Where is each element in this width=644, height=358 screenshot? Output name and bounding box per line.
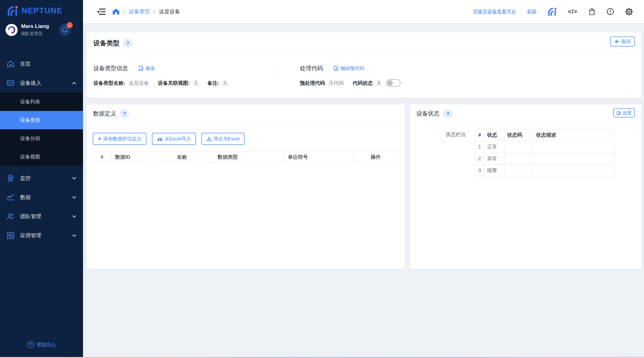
chevron-down-icon — [72, 234, 76, 237]
edit-doc-icon — [139, 66, 143, 71]
table-row: 3报警 — [475, 165, 615, 176]
switch-platform-link[interactable]: 切换至设备查看平台 — [473, 8, 516, 15]
column-header: # — [475, 129, 484, 141]
apps-grid-icon — [7, 232, 14, 239]
status-field-label: 状态栏位 — [446, 129, 466, 138]
breadcrumb-link-device-type[interactable]: 设备类型 — [129, 8, 150, 15]
shop-bag-icon[interactable] — [588, 8, 595, 15]
help-center-link[interactable]: ? 帮助中心 — [0, 341, 83, 348]
sidebar-item-apps[interactable]: 应用管理 — [0, 226, 83, 245]
sidebar-menu: 首页 设备接入 设备列表 — [0, 54, 83, 245]
webcam-icon — [7, 174, 14, 182]
field-label: 备注: — [207, 80, 219, 87]
back-arrow-icon — [614, 39, 619, 44]
help-question-badge[interactable]: ? — [124, 39, 132, 47]
field-label: 设备关联视图: — [158, 80, 190, 87]
sidebar-subitem-device-list[interactable]: 设备列表 — [0, 93, 83, 111]
device-status-card: 设备状态 ? 设置 状态栏位 #状态状态码状态描述 1正常2异常3报警 — [410, 104, 641, 269]
column-header: 状态 — [484, 129, 504, 141]
brand: NEPTUNE — [0, 0, 83, 16]
status-settings-button[interactable]: 设置 — [613, 108, 635, 117]
brand-name: NEPTUNE — [22, 6, 62, 15]
chevron-down-icon — [72, 215, 76, 218]
breadcrumb-current: 这是设备 — [159, 8, 180, 15]
topbar: / 设备类型 / 这是设备 切换至设备查看平台 刷新 </> — [83, 0, 644, 23]
table-row: 1正常 — [475, 141, 615, 153]
divider — [93, 54, 635, 54]
device-type-info-section: 设备类型信息 修改 设备类型名称: 这是设备 设备关联视 — [93, 64, 233, 87]
chevron-down-icon — [72, 196, 76, 199]
device-type-card: 设备类型 ? 返回 设备类型信息 — [87, 32, 641, 98]
sidebar-item-monitoring[interactable]: 监控 — [0, 169, 83, 188]
edit-info-link[interactable]: 修改 — [139, 65, 155, 72]
notification-badge: … — [67, 22, 73, 28]
help-question-badge[interactable]: ? — [121, 110, 128, 117]
plus-icon: + — [98, 136, 101, 142]
sidebar-item-home[interactable]: 首页 — [0, 54, 83, 73]
column-header: 操作 — [353, 151, 398, 163]
edit-doc-icon — [334, 66, 338, 71]
bell-icon — [62, 27, 68, 33]
data-definition-table: #数据ID名称数据类型单位符号操作 — [93, 151, 398, 163]
sidebar-item-data[interactable]: 数据 — [0, 188, 83, 207]
sidebar-subitem-device-group[interactable]: 设备分组 — [0, 129, 83, 148]
neptune-mark-icon[interactable] — [548, 7, 557, 16]
process-code-section: 处理代码 编辑预代码 预处理代码 无代码 代码状态 — [300, 64, 400, 87]
refresh-link[interactable]: 刷新 — [527, 8, 537, 15]
notifications-button[interactable]: … — [59, 24, 71, 36]
sidebar-item-team[interactable]: 团队管理 — [0, 207, 83, 226]
sidebar-item-device-access[interactable]: 设备接入 — [0, 73, 83, 93]
gear-icon[interactable] — [625, 8, 633, 16]
user-role: 团队管理员 — [21, 31, 59, 36]
page-title: 设备类型 — [93, 39, 119, 48]
chart-icon — [7, 193, 14, 201]
breadcrumb-separator: / — [124, 9, 125, 15]
column-header: # — [93, 151, 111, 163]
device-status-table: #状态状态码状态描述 1正常2异常3报警 — [475, 129, 615, 176]
column-header: 状态描述 — [533, 129, 615, 141]
sidebar-item-label: 监控 — [20, 175, 31, 182]
field-label: 代码状态 — [353, 80, 373, 87]
add-data-field-button[interactable]: + 添加数据栏位定义 — [93, 133, 146, 145]
column-header: 单位符号 — [284, 151, 353, 163]
collapse-menu-icon[interactable] — [96, 8, 106, 15]
section-title: 处理代码 — [300, 64, 323, 72]
divider — [93, 126, 398, 126]
divider — [421, 126, 635, 126]
vertical-divider — [277, 67, 278, 80]
bottom-accent-line — [0, 357, 644, 358]
chevron-up-icon — [72, 82, 76, 85]
field-value: 关 — [376, 80, 381, 87]
section-title: 数据定义 — [93, 110, 116, 117]
neptune-logo-icon — [7, 6, 18, 16]
column-header: 状态码 — [504, 129, 533, 141]
edit-precode-link[interactable]: 编辑预代码 — [334, 65, 364, 72]
device-access-icon — [7, 79, 14, 87]
export-excel-button[interactable]: 导出为Excel — [202, 133, 245, 145]
back-button[interactable]: 返回 — [610, 36, 635, 47]
section-title: 设备状态 — [416, 110, 439, 117]
code-status-toggle[interactable] — [386, 79, 400, 87]
field-value: 这是设备 — [129, 80, 149, 87]
sidebar-subitem-device-type[interactable]: 设备类型 — [0, 111, 83, 129]
breadcrumb-separator: / — [154, 9, 155, 15]
main-content: 设备类型 ? 返回 设备类型信息 — [83, 23, 644, 358]
field-label: 预处理代码 — [300, 80, 325, 87]
user-row: Mars Liang 团队管理员 … — [6, 23, 83, 36]
help-center-label: 帮助中心 — [37, 341, 56, 348]
avatar[interactable] — [6, 24, 18, 36]
app: NEPTUNE Mars Liang 团队管理员 — [0, 0, 644, 358]
home-icon[interactable] — [112, 8, 120, 15]
table-row: 2异常 — [475, 153, 615, 165]
field-value: 无 — [193, 80, 198, 87]
help-question-badge[interactable]: ? — [444, 110, 452, 117]
code-icon[interactable]: </> — [568, 8, 577, 15]
sidebar-item-label: 设备接入 — [20, 79, 41, 87]
device-access-submenu: 设备列表 设备类型 设备分组 设备视图 — [0, 93, 83, 166]
sidebar-subitem-device-view[interactable]: 设备视图 — [0, 148, 83, 166]
alert-circle-icon[interactable] — [607, 8, 614, 15]
sidebar-item-label: 团队管理 — [20, 213, 41, 220]
breadcrumb: / 设备类型 / 这是设备 — [112, 8, 180, 15]
import-excel-button[interactable]: 从Excel导入 — [152, 133, 196, 145]
user-name: Mars Liang — [21, 23, 59, 29]
